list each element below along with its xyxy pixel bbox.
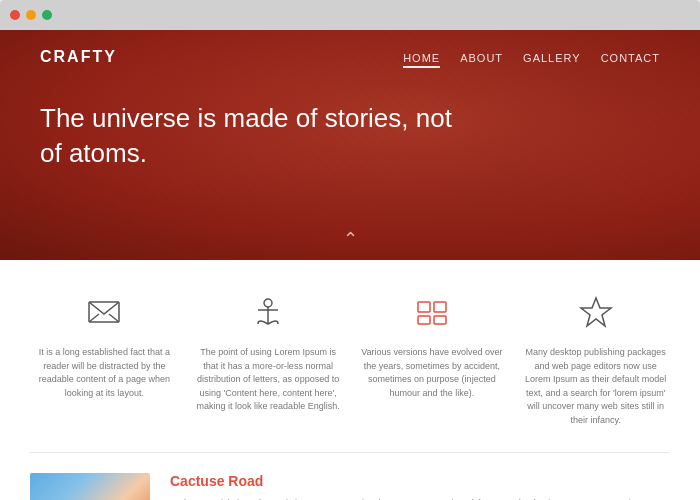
- features-section: It is a long established fact that a rea…: [0, 260, 700, 452]
- nav-link-about[interactable]: ABOUT: [460, 52, 503, 64]
- feature-item-3: Various versions have evolved over the y…: [358, 290, 507, 427]
- nav-item-about[interactable]: ABOUT: [460, 48, 503, 66]
- feature-text-3: Various versions have evolved over the y…: [358, 346, 507, 400]
- star-icon: [574, 290, 618, 334]
- navigation: CRAFTY HOME ABOUT GALLERY CONTACT: [0, 30, 700, 66]
- nav-item-home[interactable]: HOME: [403, 48, 440, 66]
- blog-preview-section: 66 Cactuse Road Sed ut perspiciatis unde…: [0, 453, 700, 500]
- nav-link-contact[interactable]: CONTACT: [601, 52, 660, 64]
- svg-rect-9: [434, 316, 446, 324]
- nav-item-contact[interactable]: CONTACT: [601, 48, 660, 66]
- feature-item-1: It is a long established fact that a rea…: [30, 290, 179, 427]
- svg-point-3: [264, 299, 272, 307]
- feature-text-1: It is a long established fact that a rea…: [30, 346, 179, 400]
- anchor-icon: [246, 290, 290, 334]
- blog-content: Cactuse Road Sed ut perspiciatis unde om…: [170, 473, 670, 500]
- close-button[interactable]: [10, 10, 20, 20]
- feature-item-2: The point of using Lorem Ipsum is that i…: [194, 290, 343, 427]
- grid-icon: [410, 290, 454, 334]
- svg-line-1: [89, 314, 99, 322]
- maximize-button[interactable]: [42, 10, 52, 20]
- feature-text-4: Many desktop publishing packages and web…: [521, 346, 670, 427]
- site-logo[interactable]: CRAFTY: [40, 48, 117, 66]
- features-grid: It is a long established fact that a rea…: [30, 290, 670, 427]
- website-content: CRAFTY HOME ABOUT GALLERY CONTACT The un…: [0, 30, 700, 500]
- scroll-indicator: ⌃: [343, 228, 358, 250]
- envelope-icon: [82, 290, 126, 334]
- svg-rect-8: [418, 316, 430, 324]
- feature-text-2: The point of using Lorem Ipsum is that i…: [194, 346, 343, 414]
- nav-link-gallery[interactable]: GALLERY: [523, 52, 581, 64]
- svg-marker-10: [581, 298, 611, 326]
- nav-links: HOME ABOUT GALLERY CONTACT: [403, 48, 660, 66]
- hero-headline: The universe is made of stories, not of …: [40, 101, 460, 171]
- browser-chrome: [0, 0, 700, 30]
- blog-thumbnail[interactable]: 66: [30, 473, 150, 500]
- hero-section: CRAFTY HOME ABOUT GALLERY CONTACT The un…: [0, 30, 700, 260]
- svg-rect-6: [418, 302, 430, 312]
- blog-title[interactable]: Cactuse Road: [170, 473, 670, 489]
- minimize-button[interactable]: [26, 10, 36, 20]
- nav-item-gallery[interactable]: GALLERY: [523, 48, 581, 66]
- svg-rect-7: [434, 302, 446, 312]
- feature-item-4: Many desktop publishing packages and web…: [521, 290, 670, 427]
- svg-line-2: [109, 314, 119, 322]
- hero-text: The universe is made of stories, not of …: [0, 66, 700, 171]
